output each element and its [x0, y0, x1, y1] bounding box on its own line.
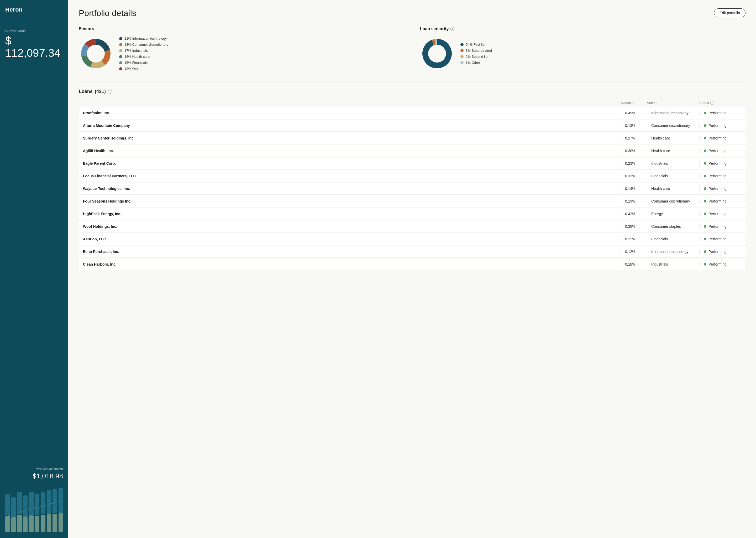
sector-cell: Health care	[647, 149, 699, 153]
bar-solid	[41, 515, 45, 532]
status-label: Performing	[708, 224, 726, 229]
sector-cell: Financials	[647, 174, 699, 178]
company-name: Proofpoint, Inc.	[83, 111, 621, 115]
bar-hatched	[35, 494, 40, 515]
table-row[interactable]: Waystar Technologies, Inc. 0.14% Health …	[79, 183, 745, 195]
status-dot	[704, 149, 706, 152]
bar-hatched	[41, 492, 45, 514]
loans-info-icon[interactable]: i	[108, 89, 112, 94]
status-cell: Performing	[699, 111, 741, 115]
status-cell: Performing	[699, 224, 741, 229]
sector-cell: Financials	[647, 237, 699, 241]
status-label: Performing	[708, 237, 726, 241]
bar-group	[47, 490, 51, 532]
bar-solid	[47, 514, 51, 532]
table-row[interactable]: Asurion, LLC 0.22% Financials Performing	[79, 233, 745, 245]
bar-solid	[53, 514, 57, 532]
sector-cell: Health care	[647, 187, 699, 191]
status-dot	[704, 250, 706, 253]
table-row[interactable]: Echo Purchaser, Inc. 0.12% Information t…	[79, 246, 745, 258]
bar-hatched	[59, 488, 63, 513]
page-header: Portfolio details Edit portfolio	[79, 8, 745, 18]
status-label: Performing	[708, 212, 726, 216]
legend-label: 13% Other	[124, 67, 141, 71]
company-name: Eagle Parent Corp.	[83, 161, 621, 166]
legend-dot	[119, 43, 122, 46]
legend-label: 1% Other	[466, 61, 480, 65]
sector-cell: Energy	[647, 212, 699, 216]
status-label: Performing	[708, 161, 726, 166]
legend-item: 1% Other	[460, 61, 492, 65]
col-header-status: Status i	[699, 101, 741, 105]
legend-label: 2% Second lien	[466, 55, 489, 59]
company-name: Echo Purchaser, Inc.	[83, 249, 621, 254]
bar-group	[29, 492, 34, 532]
legend-dot	[119, 37, 122, 40]
allocation-cell: 0.27%	[621, 136, 647, 140]
company-name: Waystar Technologies, Inc.	[83, 187, 621, 191]
allocation-cell: 0.42%	[621, 212, 647, 216]
legend-item: 15% Financials	[119, 61, 168, 65]
bar-hatched	[29, 492, 34, 515]
donut-inner	[429, 45, 446, 62]
legend-item: 13% Other	[119, 67, 168, 71]
status-dot	[704, 200, 706, 202]
table-row[interactable]: Surgery Center Holdings, Inc. 0.27% Heal…	[79, 133, 745, 144]
table-row[interactable]: Alterra Mountain Company 0.13% Consumer …	[79, 120, 745, 132]
allocation-cell: 0.30%	[621, 149, 647, 153]
sector-cell: Industrials	[647, 161, 699, 166]
sectors-donut-chart	[79, 36, 113, 71]
page-title: Portfolio details	[79, 8, 136, 18]
edit-portfolio-button[interactable]: Edit portfolio	[714, 8, 745, 17]
loan-seniority-donut-chart	[420, 36, 454, 71]
legend-dot	[460, 43, 464, 46]
status-dot	[704, 263, 706, 266]
status-dot	[704, 213, 706, 215]
status-info-icon[interactable]: i	[710, 101, 714, 105]
legend-label: 18% Consumer discretionary	[124, 42, 168, 46]
sector-cell: Consumer discretionary	[647, 124, 699, 128]
loans-table-header: Allocation Sector Status i	[79, 98, 745, 107]
status-label: Performing	[708, 199, 726, 203]
company-name: Agiliti Health, Inc.	[83, 149, 621, 153]
allocation-cell: 0.19%	[621, 199, 647, 203]
status-cell: Performing	[699, 262, 741, 266]
sector-cell: Consumer discretionary	[647, 199, 699, 203]
table-row[interactable]: Four Seasons Holdings Inc. 0.19% Consume…	[79, 195, 745, 207]
status-cell: Performing	[699, 124, 741, 128]
loan-seniority-info-icon[interactable]: i	[450, 27, 454, 31]
allocation-cell: 0.12%	[621, 249, 647, 254]
bar-group	[11, 497, 16, 532]
status-label: Performing	[708, 124, 726, 128]
bar-chart	[5, 484, 63, 532]
company-name: Focus Financial Partners, LLC	[83, 174, 621, 178]
allocation-cell: 0.13%	[621, 124, 647, 128]
status-label: Performing	[708, 187, 726, 191]
loans-count-paren: (421)	[95, 89, 106, 94]
table-row[interactable]: Eagle Parent Corp. 0.23% Industrials Per…	[79, 158, 745, 169]
table-row[interactable]: HighPeak Energy, Inc. 0.42% Energy Perfo…	[79, 208, 745, 220]
donut-inner	[87, 45, 104, 62]
received-section: Received last month $1,018.98	[5, 462, 63, 532]
legend-label: 15% Financials	[124, 61, 148, 65]
legend-label: 94% First lien	[466, 42, 487, 46]
status-dot	[704, 137, 706, 139]
bar-solid	[17, 514, 22, 532]
loans-header: Loans (421) i	[79, 89, 745, 94]
table-row[interactable]: Agiliti Health, Inc. 0.30% Health care P…	[79, 145, 745, 157]
bar-solid	[29, 515, 34, 532]
table-row[interactable]: Woof Holdings, Inc. 0.38% Consumer stapl…	[79, 221, 745, 233]
donut-segment	[87, 42, 96, 45]
table-row[interactable]: Focus Financial Partners, LLC 0.33% Fina…	[79, 170, 745, 182]
table-row[interactable]: Proofpoint, Inc. 0.49% Information techn…	[79, 107, 745, 119]
status-dot	[704, 187, 706, 190]
legend-dot	[119, 49, 122, 52]
table-row[interactable]: Clean Harbors, Inc. 0.18% Industrials Pe…	[79, 258, 745, 270]
status-dot	[704, 112, 706, 114]
company-name: Surgery Center Holdings, Inc.	[83, 136, 621, 140]
legend-dot	[460, 49, 464, 52]
allocation-cell: 0.23%	[621, 161, 647, 166]
current-value-amount: $ 112,097.34	[5, 35, 63, 59]
status-cell: Performing	[699, 161, 741, 166]
bar-group	[23, 496, 28, 532]
